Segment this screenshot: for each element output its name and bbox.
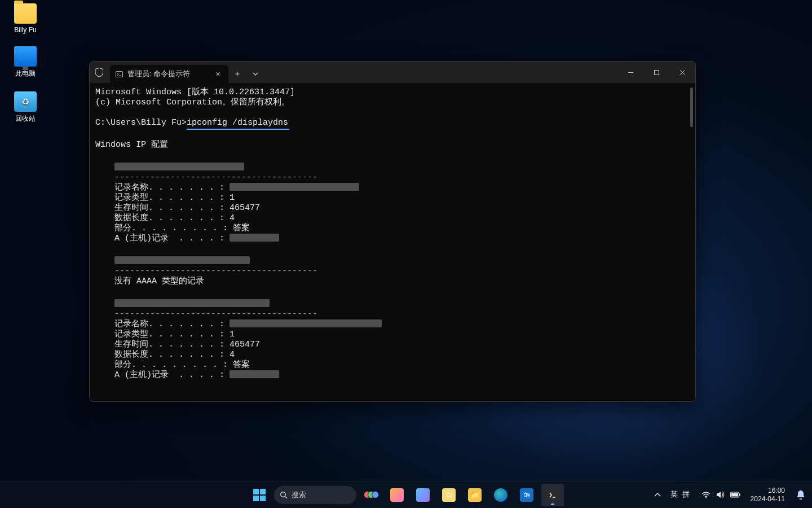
taskbar: 搜索 🗂 📁 🛍 英 拼 — [0, 481, 812, 508]
search-icon — [280, 491, 288, 499]
svg-point-2 — [281, 492, 286, 497]
terminal-icon — [546, 488, 559, 502]
svg-point-3 — [705, 497, 707, 498]
app-icon — [390, 488, 404, 502]
divider-line: ---------------------------------------- — [114, 266, 690, 277]
start-button[interactable] — [248, 484, 271, 506]
terminal-body[interactable]: Microsoft Windows [版本 10.0.22631.3447] (… — [90, 83, 695, 401]
command-text: ipconfig /displaydns — [187, 118, 289, 130]
redacted-value — [230, 234, 279, 242]
kv-value: 答案 — [233, 224, 250, 234]
kv-label: 部分. . . . . . . . . : — [114, 360, 233, 370]
wifi-icon — [701, 490, 711, 500]
taskbar-app-store[interactable]: 🛍 — [515, 484, 538, 506]
kv-label: 生存时间. . . . . . . : — [114, 203, 230, 213]
taskbar-app-pastel[interactable] — [386, 484, 408, 506]
kv-label: 记录名称. . . . . . . : — [114, 319, 230, 330]
search-placeholder: 搜索 — [292, 490, 306, 500]
output-section-title: Windows IP 配置 — [95, 140, 690, 150]
copilot-icon — [416, 488, 430, 502]
kv-value: 1 — [230, 193, 235, 203]
svg-rect-1 — [654, 70, 659, 75]
kv-label: A (主机)记录 . . . . : — [114, 234, 230, 244]
system-tray[interactable] — [698, 490, 744, 500]
tab-command-prompt[interactable]: 管理员: 命令提示符 ✕ — [110, 65, 228, 83]
tab-close-button[interactable]: ✕ — [213, 69, 223, 79]
dns-record-block: ----------------------------------------… — [95, 163, 690, 244]
clock-time: 16:00 — [751, 487, 785, 495]
redacted-hostname — [114, 163, 244, 170]
folder-icon — [14, 3, 37, 24]
kv-label: 记录名称. . . . . . . : — [114, 183, 230, 193]
ime-mode: 拼 — [682, 490, 690, 500]
volume-icon — [716, 490, 726, 500]
kv-label: 数据长度. . . . . . . : — [114, 213, 230, 224]
redacted-hostname — [114, 256, 250, 264]
kv-label: 数据长度. . . . . . . : — [114, 350, 230, 360]
clock-date: 2024-04-11 — [751, 495, 785, 503]
taskbar-app-folder[interactable]: 📁 — [464, 484, 486, 506]
kv-value: 4 — [230, 213, 235, 224]
maximize-button[interactable] — [643, 62, 669, 83]
kv-value: 4 — [230, 350, 235, 360]
ime-indicator[interactable]: 英 拼 — [667, 490, 693, 500]
battery-icon — [730, 490, 740, 500]
ime-lang: 英 — [670, 490, 678, 500]
edge-icon — [494, 488, 508, 502]
kv-label: A (主机)记录 . . . . : — [114, 370, 230, 380]
dns-record-block: ----------------------------------------… — [95, 299, 690, 380]
kv-value: 答案 — [233, 360, 250, 370]
output-no-aaaa: 没有 AAAA 类型的记录 — [114, 277, 690, 287]
window-titlebar[interactable]: 管理员: 命令提示符 ✕ ＋ — [90, 62, 695, 83]
taskbar-clock[interactable]: 16:00 2024-04-11 — [748, 487, 787, 503]
dns-record-block: ----------------------------------------… — [95, 256, 690, 287]
taskbar-app-copilot[interactable] — [412, 484, 434, 506]
new-tab-button[interactable]: ＋ — [228, 65, 246, 83]
kv-label: 部分. . . . . . . . . : — [114, 224, 233, 234]
taskbar-app-terminal[interactable] — [541, 484, 564, 506]
svg-rect-6 — [739, 494, 740, 496]
notification-button[interactable] — [795, 489, 807, 501]
svg-rect-5 — [731, 493, 738, 497]
kv-label: 生存时间. . . . . . . : — [114, 340, 230, 350]
folder-icon: 📁 — [468, 488, 482, 502]
desktop-icon-user-folder[interactable]: Billy Fu — [3, 3, 47, 34]
svg-rect-0 — [116, 71, 123, 77]
kv-label: 记录类型. . . . . . . : — [114, 193, 230, 203]
redacted-value — [230, 183, 359, 191]
desktop-icon-recycle-bin[interactable]: 回收站 — [3, 91, 47, 124]
kv-value: 465477 — [230, 340, 260, 350]
prompt-path: C:\Users\Billy Fu> — [95, 118, 187, 128]
terminal-header-line: Microsoft Windows [版本 10.0.22631.3447] — [95, 87, 690, 98]
kv-value: 465477 — [230, 203, 260, 213]
divider-line: ---------------------------------------- — [114, 309, 690, 319]
recycle-bin-icon — [14, 91, 37, 112]
desktop-icon-label: 回收站 — [3, 114, 47, 124]
terminal-icon — [116, 71, 123, 77]
taskbar-app-explorer[interactable]: 🗂 — [438, 484, 460, 506]
redacted-value — [230, 319, 382, 327]
scrollbar-thumb[interactable] — [690, 87, 693, 127]
windows-logo-icon — [253, 489, 266, 501]
admin-shield-icon — [90, 62, 109, 83]
pc-icon — [14, 46, 37, 67]
task-view-button[interactable] — [360, 484, 382, 506]
explorer-icon: 🗂 — [442, 488, 456, 502]
store-icon: 🛍 — [520, 488, 533, 502]
close-button[interactable] — [669, 62, 695, 83]
taskbar-search[interactable]: 搜索 — [274, 486, 356, 504]
desktop-icon-label: Billy Fu — [3, 26, 47, 34]
minimize-button[interactable] — [617, 62, 643, 83]
desktop-icon-label: 此电脑 — [3, 69, 47, 78]
redacted-value — [230, 370, 279, 378]
taskbar-app-edge[interactable] — [489, 484, 512, 506]
redacted-hostname — [114, 299, 270, 307]
desktop-icon-this-pc[interactable]: 此电脑 — [3, 46, 47, 78]
divider-line: ---------------------------------------- — [114, 173, 690, 183]
terminal-header-line: (c) Microsoft Corporation。保留所有权利。 — [95, 98, 690, 108]
tab-dropdown-button[interactable] — [246, 65, 264, 83]
terminal-prompt-line: C:\Users\Billy Fu>ipconfig /displaydns — [95, 118, 690, 130]
tab-title: 管理员: 命令提示符 — [127, 69, 190, 79]
window-controls — [617, 62, 695, 83]
tray-overflow-button[interactable] — [652, 490, 663, 500]
